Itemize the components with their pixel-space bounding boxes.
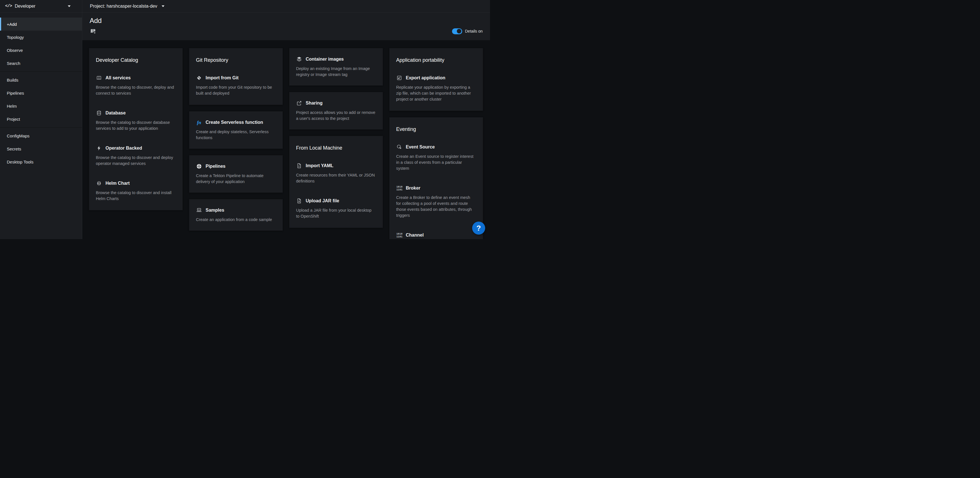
nav-group: +AddTopologyObserveSearch: [0, 16, 82, 71]
card-item-upload-jar-file[interactable]: Upload JAR fileUpload a JAR file from yo…: [296, 198, 376, 219]
nav-group: ConfigMapsSecretsDesktop Tools: [0, 127, 82, 170]
card-item-description: Browse the catalog to discover, deploy a…: [96, 84, 176, 96]
card-item-label: All services: [105, 75, 131, 81]
card-item-operator-backed[interactable]: Operator BackedBrowse the catalog to dis…: [96, 145, 176, 167]
laptop-code-icon: [196, 207, 202, 213]
event-source-icon: [396, 144, 402, 150]
card-item-description: Create resources from their YAML or JSON…: [296, 172, 376, 184]
card-item-description: Create an Event source to register inter…: [396, 154, 476, 172]
nav-group: BuildsPipelinesHelmProject: [0, 71, 82, 127]
card-column-2: Git RepositoryImport from GitImport code…: [189, 48, 283, 239]
perspective-switcher[interactable]: </> Developer: [0, 0, 82, 13]
card-column-4: Application portabilityExport applicatio…: [389, 48, 483, 239]
sidebar-item-configmaps[interactable]: ConfigMaps: [0, 129, 82, 142]
card-column-1: Developer CatalogAll servicesBrowse the …: [89, 48, 183, 239]
svg-text:1010: 1010: [396, 186, 402, 188]
card-item-database[interactable]: DatabaseBrowse the catalog to discover d…: [96, 110, 176, 132]
card-create-serverless-function: fnCreate Serverless functionCreate and d…: [189, 111, 283, 149]
card-item-export-application[interactable]: Export applicationReplicate your applica…: [396, 75, 476, 102]
sidebar-item-search[interactable]: Search: [0, 57, 82, 70]
toggle-knob: [457, 29, 461, 33]
sidebar-item-helm[interactable]: Helm: [0, 100, 82, 113]
file-code-icon: [296, 163, 302, 169]
card-item-label: Export application: [406, 75, 445, 81]
card-item-label: Event Source: [406, 145, 435, 149]
card-item-pipelines[interactable]: PipelinesCreate a Tekton Pipeline to aut…: [196, 163, 276, 185]
card-title: Git Repository: [196, 57, 276, 64]
book-plus-icon: [90, 28, 96, 35]
card-sharing: SharingProject access allows you to add …: [289, 92, 383, 130]
card-item-label: Database: [105, 111, 126, 116]
binary-icon: 10101101: [396, 232, 402, 238]
card-git-repository: Git RepositoryImport from GitImport code…: [189, 48, 283, 105]
details-toggle-label: Details on: [465, 29, 483, 33]
card-item-helm-chart[interactable]: HELMHelm ChartBrowse the catalog to disc…: [96, 180, 176, 202]
card-item-all-services[interactable]: All servicesBrowse the catalog to discov…: [96, 75, 176, 96]
sidebar-item-project[interactable]: Project: [0, 113, 82, 125]
export-icon: [396, 75, 402, 81]
sidebar-nav: +AddTopologyObserveSearchBuildsPipelines…: [0, 13, 82, 239]
card-item-label: Sharing: [306, 101, 323, 106]
project-selector-label: Project: harshcasper-localsta-dev: [90, 4, 157, 9]
book-icon: [96, 75, 102, 81]
share-icon: [296, 100, 302, 106]
project-selector[interactable]: Project: harshcasper-localsta-dev: [90, 4, 164, 9]
database-icon: [96, 110, 102, 116]
page-header: Add Details on: [82, 13, 490, 40]
card-item-label: Upload JAR file: [306, 199, 339, 203]
sidebar-item-desktop-tools[interactable]: Desktop Tools: [0, 155, 82, 168]
card-item-import-from-git[interactable]: Import from GitImport code from your Git…: [196, 75, 276, 96]
card-item-event-source[interactable]: Event SourceCreate an Event source to re…: [396, 144, 476, 172]
code-icon: </>: [5, 4, 12, 8]
sidebar-item-observe[interactable]: Observe: [0, 44, 82, 57]
card-item-label: Import from Git: [205, 75, 239, 81]
card-item-create-serverless-function[interactable]: fnCreate Serverless functionCreate and d…: [196, 119, 276, 141]
fn-icon: fn: [196, 119, 202, 125]
chevron-down-icon: [162, 5, 164, 7]
sidebar-item-secrets[interactable]: Secrets: [0, 142, 82, 155]
card-item-description: Browse the catalog to discover and deplo…: [96, 155, 176, 167]
card-item-label: Create Serverless function: [205, 120, 263, 125]
card-item-label: Samples: [205, 208, 224, 213]
question-icon: ?: [476, 224, 481, 233]
card-item-description: Browse the catalog to discover database …: [96, 119, 176, 132]
card-item-description: Create a Broker to define an event mesh …: [396, 195, 476, 218]
tekton-icon: [196, 163, 202, 170]
card-title: Application portability: [396, 57, 476, 64]
card-item-description: Create and deploy stateless, Serverless …: [196, 129, 276, 141]
openshift-developer-console: </> Developer Project: harshcasper-local…: [0, 0, 490, 239]
card-item-samples[interactable]: SamplesCreate an application from a code…: [196, 207, 276, 223]
chevron-down-icon: [68, 5, 71, 7]
card-item-label: Container images: [306, 57, 344, 62]
card-item-description: Upload a JAR file from your local deskto…: [296, 207, 376, 219]
bolt-icon: [96, 145, 102, 151]
card-title: Developer Catalog: [96, 57, 176, 64]
card-item-import-yaml[interactable]: Import YAMLCreate resources from their Y…: [296, 163, 376, 184]
add-page-cards: Developer CatalogAll servicesBrowse the …: [82, 40, 490, 239]
card-item-description: Deploy an existing Image from an Image r…: [296, 66, 376, 78]
card-item-description: Create an application from a code sample: [196, 217, 276, 223]
card-item-container-images[interactable]: Container imagesDeploy an existing Image…: [296, 56, 376, 78]
card-title: Eventing: [396, 126, 476, 133]
sidebar-item-add[interactable]: +Add: [0, 17, 82, 30]
card-item-description: Browse the catalog to discover and insta…: [96, 190, 176, 202]
card-pipelines: PipelinesCreate a Tekton Pipeline to aut…: [189, 155, 283, 193]
sidebar-item-pipelines[interactable]: Pipelines: [0, 86, 82, 100]
card-application-portability: Application portabilityExport applicatio…: [389, 48, 483, 111]
card-item-broker[interactable]: 10101101BrokerCreate a Broker to define …: [396, 185, 476, 218]
card-item-label: Broker: [406, 186, 420, 191]
perspective-label: Developer: [15, 4, 35, 9]
card-item-sharing[interactable]: SharingProject access allows you to add …: [296, 100, 376, 122]
help-button[interactable]: ?: [472, 222, 485, 235]
card-eventing: EventingEvent SourceCreate an Event sour…: [389, 117, 483, 239]
card-item-label: Operator Backed: [105, 146, 142, 151]
git-icon: [196, 75, 202, 81]
card-item-description: Create a Tekton Pipeline to automate del…: [196, 173, 276, 185]
card-samples: SamplesCreate an application from a code…: [189, 199, 283, 231]
details-toggle[interactable]: [452, 29, 462, 34]
card-item-label: Pipelines: [205, 164, 226, 169]
sidebar-item-builds[interactable]: Builds: [0, 73, 82, 86]
card-item-channel[interactable]: 10101101ChannelCreate a Knative Channel …: [396, 232, 476, 239]
card-item-label: Helm Chart: [105, 181, 130, 186]
sidebar-item-topology[interactable]: Topology: [0, 30, 82, 44]
